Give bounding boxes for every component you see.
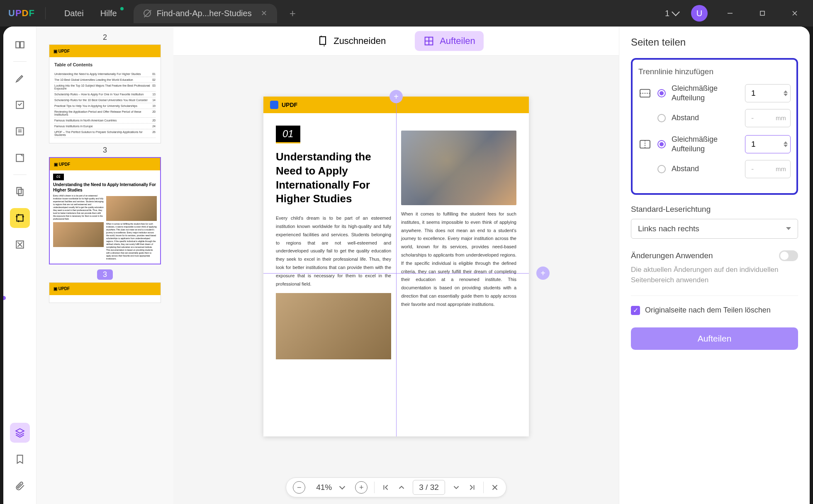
h-distance-input[interactable]: - mm	[745, 109, 791, 127]
stepper-down[interactable]	[784, 145, 788, 147]
thumb-brand: ▣ UPDF	[54, 162, 70, 167]
toc-line: Famous Institutions in Europe24	[54, 124, 156, 129]
thumbnail-page-3[interactable]: ▣ UPDF 01 Understanding the Need to Appl…	[49, 157, 161, 264]
thumb-text: When it comes to fulfilling the student …	[106, 223, 157, 260]
toc-line: Scholarship Rules – How to Apply For One…	[54, 92, 156, 97]
tool-bookmark[interactable]	[10, 449, 30, 469]
page-preview: + + UPDF 01 Understanding the Need to Ap…	[263, 97, 529, 436]
chevron-down-icon	[339, 483, 345, 489]
zoom-percent: 41%	[316, 483, 332, 492]
cloud-sync-indicator[interactable]: 1	[665, 9, 679, 18]
cloud-count-value: 1	[665, 9, 669, 18]
tool-layers[interactable]	[10, 423, 30, 443]
tool-comment[interactable]	[10, 121, 30, 141]
app-logo: UPDF	[8, 8, 35, 19]
delete-original-checkbox[interactable]: ✓	[631, 306, 640, 315]
page-number-input[interactable]: 3 / 32	[413, 480, 445, 495]
close-preview-button[interactable]	[490, 483, 499, 492]
split-line-horizontal[interactable]	[263, 273, 529, 274]
svg-rect-1	[760, 11, 764, 15]
svg-rect-13	[320, 36, 326, 44]
toc-title: Table of Contents	[54, 62, 156, 67]
divider-settings-box: Trennlinie hinzufügen Gleichmäßige Aufte…	[631, 58, 798, 195]
toc-line: Famous Institutions in North American Co…	[54, 118, 156, 124]
tool-redact[interactable]	[10, 235, 30, 254]
page-paragraph: When it comes to fulfilling the student …	[401, 210, 516, 309]
menu-help[interactable]: Hilfe	[92, 5, 125, 22]
divider	[45, 7, 46, 19]
chevron-down-icon	[786, 227, 791, 230]
prev-page-button[interactable]	[397, 483, 406, 492]
toc-line: Understanding the Need to Apply Internat…	[54, 71, 156, 77]
v-split-count-input[interactable]: 1	[745, 135, 791, 153]
toc-line: The 10 Best Global Universities Leading …	[54, 77, 156, 83]
thumb-text: Every child's dream is to be part of an …	[53, 194, 104, 220]
tool-organize[interactable]	[10, 182, 30, 201]
thumb-image	[53, 222, 104, 247]
menu-file[interactable]: Datei	[56, 5, 92, 22]
tab-split[interactable]: Aufteilen	[415, 31, 484, 51]
canvas[interactable]: + + UPDF 01 Understanding the Need to Ap…	[173, 56, 619, 477]
tool-reader[interactable]	[10, 35, 30, 55]
brand-text: UPDF	[282, 102, 297, 108]
close-tab-icon[interactable]: ✕	[261, 9, 267, 18]
radio-v-equal[interactable]	[657, 140, 666, 148]
brand-icon	[270, 101, 278, 109]
v-distance-input[interactable]: - mm	[745, 160, 791, 178]
split-label: Aufteilen	[440, 36, 475, 46]
titlebar: UPDF Datei Hilfe Find-and-Ap...her-Studi…	[0, 0, 813, 27]
split-handle-right[interactable]: +	[536, 267, 550, 280]
first-page-button[interactable]	[381, 483, 390, 492]
thumbnail-page-2[interactable]: ▣ UPDF Table of Contents Understanding t…	[49, 44, 161, 143]
chevron-down-icon	[672, 8, 680, 16]
apply-changes-label: Änderungen Anwenden	[631, 251, 713, 260]
svg-rect-19	[640, 141, 650, 148]
tool-form[interactable]	[10, 148, 30, 168]
add-divider-label: Trennlinie hinzufügen	[638, 67, 791, 76]
thumb-brand: ▣ UPDF	[54, 286, 70, 291]
split-handle-top[interactable]: +	[389, 90, 403, 103]
zoom-out-button[interactable]: −	[293, 481, 305, 494]
split-button[interactable]: Aufteilen	[631, 327, 798, 350]
thumb-number-2: 2	[49, 33, 161, 42]
tab-crop[interactable]: Zuschneiden	[309, 31, 394, 51]
radio-h-equal[interactable]	[657, 89, 666, 97]
tab-title: Find-and-Ap...her-Studies	[157, 9, 252, 18]
reading-direction-select[interactable]: Links nach rechts	[631, 219, 798, 239]
stepper-up[interactable]	[784, 90, 788, 93]
h-split-count-input[interactable]: 1	[745, 84, 791, 102]
equal-split-label: Gleichmäßige Aufteilung	[672, 135, 739, 154]
zoom-in-button[interactable]: +	[355, 481, 368, 494]
reading-direction-label: Standard-Leserichtung	[631, 205, 798, 214]
crop-label: Zuschneiden	[333, 36, 386, 46]
thumb-number-3-badge: 3	[97, 269, 113, 280]
window-close[interactable]	[785, 3, 805, 23]
app-body: 2 ▣ UPDF Table of Contents Understanding…	[3, 27, 810, 504]
apply-changes-toggle[interactable]	[779, 250, 798, 261]
thumbnail-page-4[interactable]: ▣ UPDF	[49, 282, 161, 303]
stepper-down[interactable]	[784, 94, 788, 96]
radio-h-distance[interactable]	[657, 114, 666, 122]
tool-highlight[interactable]	[10, 68, 30, 88]
zoom-value[interactable]: 41%	[312, 483, 348, 492]
stepper-up[interactable]	[784, 141, 788, 144]
next-page-button[interactable]	[452, 483, 461, 492]
document-tab[interactable]: Find-and-Ap...her-Studies ✕	[134, 4, 277, 23]
user-avatar[interactable]: U	[691, 5, 708, 22]
split-line-vertical[interactable]	[396, 97, 397, 436]
toc-line: Practical Tips to Help You in Applying f…	[54, 103, 156, 109]
tool-crop-split[interactable]	[10, 208, 30, 228]
svg-rect-11	[17, 215, 23, 221]
last-page-button[interactable]	[467, 483, 477, 492]
chapter-badge: 01	[276, 126, 300, 143]
placeholder: -	[751, 114, 754, 123]
radio-v-distance[interactable]	[657, 165, 666, 173]
window-minimize[interactable]	[720, 3, 740, 23]
tool-attachment[interactable]	[10, 476, 30, 496]
toc-line: UPDF – The Perfect Solution to Prepare S…	[54, 129, 156, 138]
new-tab-button[interactable]: +	[290, 7, 296, 20]
left-toolbar	[3, 27, 37, 504]
center-area: Zuschneiden Aufteilen + + UPDF 01	[173, 27, 619, 504]
tool-edit[interactable]	[10, 95, 30, 115]
window-maximize[interactable]	[752, 3, 772, 23]
